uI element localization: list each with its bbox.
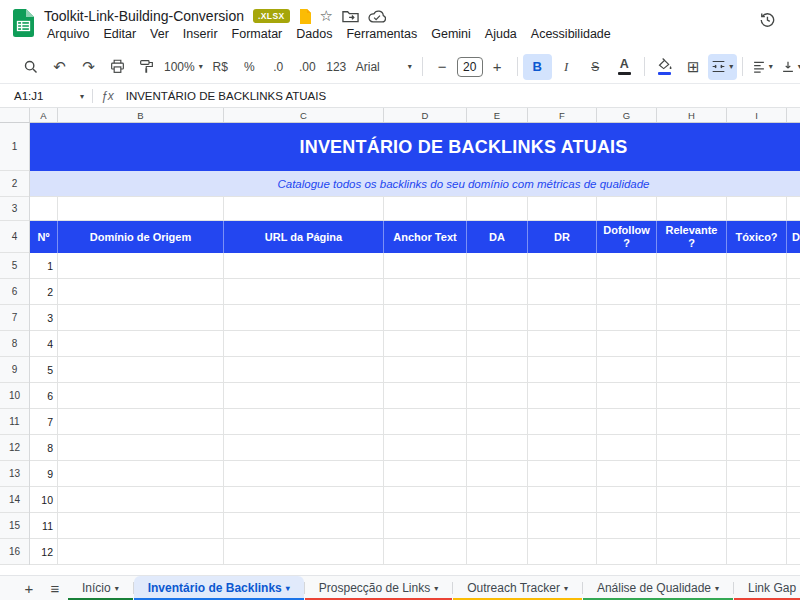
empty-cells[interactable]	[58, 197, 800, 220]
column-header-a[interactable]: A	[30, 108, 58, 122]
select-all-corner[interactable]	[0, 108, 30, 122]
column-header-f[interactable]: F	[528, 108, 597, 122]
column-header-b[interactable]: B	[58, 108, 224, 122]
cell-numero[interactable]: 1	[30, 253, 58, 278]
header-cell-url[interactable]: URL da Página	[224, 221, 384, 253]
column-header-j[interactable]: J	[787, 108, 800, 122]
row-header-8[interactable]: 8	[0, 331, 29, 357]
subtitle-cell[interactable]: Catalogue todos os backlinks do seu domí…	[30, 171, 800, 197]
column-header-g[interactable]: G	[597, 108, 657, 122]
search-icon[interactable]	[16, 54, 45, 80]
header-cell-toxico[interactable]: Tóxico?	[727, 221, 787, 253]
vertical-align-button[interactable]: ▾	[777, 54, 800, 80]
row-empty-cells[interactable]	[58, 357, 800, 382]
borders-button[interactable]: ⊞	[679, 54, 708, 80]
row-empty-cells[interactable]	[58, 253, 800, 278]
horizontal-align-button[interactable]: ▾	[748, 54, 777, 80]
row-header-15[interactable]: 15	[0, 513, 29, 539]
currency-format-button[interactable]: R$	[206, 54, 235, 80]
percent-format-button[interactable]: %	[235, 54, 264, 80]
title-cell[interactable]: INVENTÁRIO DE BACKLINKS ATUAIS	[30, 123, 800, 171]
name-box[interactable]: A1:J1 ▾	[0, 90, 84, 102]
decrease-font-size-button[interactable]: −	[428, 54, 457, 80]
header-cell-dominio[interactable]: Domínio de Origem	[58, 221, 224, 253]
bold-button[interactable]: B	[523, 54, 552, 80]
menu-ferramentas[interactable]: Ferramentas	[339, 25, 424, 43]
cell-numero[interactable]: 6	[30, 383, 58, 408]
menu-arquivo[interactable]: Arquivo	[40, 25, 96, 43]
header-cell-data[interactable]: Data	[787, 221, 800, 253]
paint-format-icon[interactable]	[132, 54, 161, 80]
empty-cell[interactable]	[30, 197, 58, 220]
row-empty-cells[interactable]	[58, 305, 800, 330]
sheet-tab-inventario-de-backlinks[interactable]: Inventário de Backlinks ▾	[134, 576, 304, 600]
chevron-down-icon[interactable]: ▾	[286, 584, 290, 593]
move-folder-icon[interactable]	[342, 9, 359, 23]
cell-numero[interactable]: 9	[30, 461, 58, 486]
cloud-status-icon[interactable]	[368, 10, 386, 23]
chevron-down-icon[interactable]: ▾	[115, 584, 119, 593]
header-cell-da[interactable]: DA	[467, 221, 528, 253]
add-sheet-button[interactable]: +	[16, 577, 42, 599]
cell-numero[interactable]: 12	[30, 539, 58, 564]
menu-acessibilidade[interactable]: Acessibilidade	[524, 25, 618, 43]
font-size-input[interactable]: 20	[457, 57, 483, 77]
chevron-down-icon[interactable]: ▾	[564, 584, 568, 593]
sheet-tab-analise-de-qualidade[interactable]: Análise de Qualidade ▾	[583, 576, 733, 600]
print-icon[interactable]	[103, 54, 132, 80]
font-family-selector[interactable]: Arial ▾	[351, 54, 417, 80]
row-empty-cells[interactable]	[58, 383, 800, 408]
redo-icon[interactable]: ↷	[74, 54, 103, 80]
row-header-4[interactable]: 4	[0, 221, 29, 253]
cell-numero[interactable]: 3	[30, 305, 58, 330]
row-empty-cells[interactable]	[58, 539, 800, 564]
text-color-button[interactable]: A	[610, 54, 639, 80]
row-header-13[interactable]: 13	[0, 461, 29, 487]
all-sheets-button[interactable]: ≡	[42, 577, 68, 599]
row-header-10[interactable]: 10	[0, 383, 29, 409]
italic-button[interactable]: I	[552, 54, 581, 80]
menu-gemini[interactable]: Gemini	[424, 25, 478, 43]
row-header-6[interactable]: 6	[0, 279, 29, 305]
column-header-h[interactable]: H	[657, 108, 727, 122]
cell-numero[interactable]: 11	[30, 513, 58, 538]
column-header-i[interactable]: I	[727, 108, 787, 122]
cell-numero[interactable]: 10	[30, 487, 58, 512]
header-cell-dr[interactable]: DR	[528, 221, 597, 253]
row-header-7[interactable]: 7	[0, 305, 29, 331]
menu-dados[interactable]: Dados	[289, 25, 339, 43]
row-header-3[interactable]: 3	[0, 197, 29, 221]
strikethrough-button[interactable]: S	[581, 54, 610, 80]
row-header-2[interactable]: 2	[0, 171, 29, 197]
header-cell-anchor[interactable]: Anchor Text	[384, 221, 467, 253]
increase-decimals-button[interactable]: .00	[293, 54, 322, 80]
sheet-tab-link-gap[interactable]: Link Gap ▾	[734, 576, 800, 600]
cell-numero[interactable]: 8	[30, 435, 58, 460]
chevron-down-icon[interactable]: ▾	[434, 584, 438, 593]
row-header-5[interactable]: 5	[0, 253, 29, 279]
empty-row[interactable]	[30, 197, 800, 221]
row-header-14[interactable]: 14	[0, 487, 29, 513]
row-empty-cells[interactable]	[58, 409, 800, 434]
header-cell-dofollow[interactable]: Dofollow ?	[597, 221, 657, 253]
header-cell-numero[interactable]: Nº	[30, 221, 58, 253]
row-header-12[interactable]: 12	[0, 435, 29, 461]
header-cell-relevante[interactable]: Relevante ?	[657, 221, 727, 253]
row-empty-cells[interactable]	[58, 487, 800, 512]
merge-cells-button[interactable]: ▾	[708, 54, 737, 80]
row-empty-cells[interactable]	[58, 461, 800, 486]
row-empty-cells[interactable]	[58, 513, 800, 538]
column-header-c[interactable]: C	[224, 108, 384, 122]
version-history-icon[interactable]	[758, 11, 776, 29]
cell-numero[interactable]: 4	[30, 331, 58, 356]
row-header-1[interactable]: 1	[0, 123, 29, 171]
menu-editar[interactable]: Editar	[96, 25, 143, 43]
row-header-11[interactable]: 11	[0, 409, 29, 435]
row-header-16[interactable]: 16	[0, 539, 29, 565]
row-empty-cells[interactable]	[58, 435, 800, 460]
row-header-9[interactable]: 9	[0, 357, 29, 383]
fill-color-button[interactable]	[650, 54, 679, 80]
decrease-decimals-button[interactable]: .0	[264, 54, 293, 80]
row-empty-cells[interactable]	[58, 279, 800, 304]
row-empty-cells[interactable]	[58, 331, 800, 356]
